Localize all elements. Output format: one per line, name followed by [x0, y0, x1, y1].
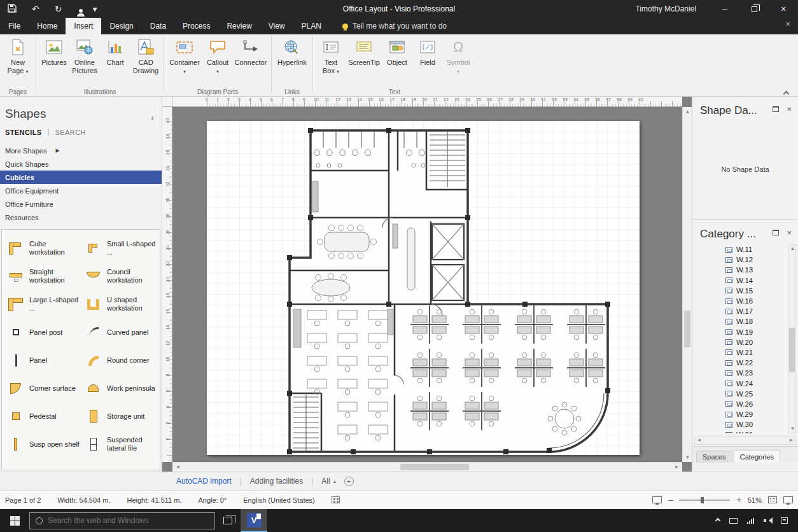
symbol-button[interactable]: Ω Symbol▾	[443, 36, 473, 76]
redo-icon[interactable]: ↻	[55, 4, 62, 13]
category-item-w-30[interactable]: W.30	[695, 419, 787, 430]
ribbon-tab-process[interactable]: Process	[174, 18, 218, 34]
category-item-w-15[interactable]: W.15	[695, 286, 787, 296]
stencil-shape-panel[interactable]: Panel	[3, 347, 81, 374]
category-item-w-21[interactable]: W.21	[695, 347, 787, 358]
stencil-shape-cube-workstation[interactable]: Cube workstation	[3, 235, 81, 262]
tab-stencils[interactable]: STENCILS	[5, 129, 42, 136]
minimize-button[interactable]: –	[710, 0, 739, 18]
connector-button[interactable]: Connector	[233, 36, 269, 67]
zoom-slider-thumb[interactable]	[701, 497, 704, 503]
insert-page-button[interactable]: +	[344, 477, 354, 486]
category-item-w-22[interactable]: W.22	[695, 358, 787, 368]
category-item-w-31[interactable]: W.31	[695, 430, 787, 433]
stencil-nav-office-equipment[interactable]: Office Equipment	[0, 184, 162, 197]
drawing-page[interactable]	[207, 121, 640, 455]
canvas-vertical-scrollbar[interactable]: ▲ ▼	[682, 107, 692, 462]
zoom-slider[interactable]	[679, 500, 730, 501]
tab-search[interactable]: SEARCH	[55, 129, 86, 136]
stencil-shape-work-peninsula[interactable]: Work peninsula	[81, 375, 158, 402]
scroll-down-icon[interactable]: ▼	[788, 425, 797, 433]
new-page-button[interactable]: NewPage ▾	[3, 36, 33, 76]
start-button[interactable]	[0, 509, 29, 532]
collapse-shapes-icon[interactable]: ‹	[151, 112, 154, 123]
undo-icon[interactable]: ↶	[32, 4, 39, 13]
scroll-up-icon[interactable]: ▲	[788, 245, 797, 253]
stencil-shape-susp-open-shelf[interactable]: Susp open shelf	[3, 431, 81, 458]
ribbon-tab-file[interactable]: File	[0, 18, 29, 34]
ribbon-tab-view[interactable]: View	[260, 18, 293, 34]
stencil-shape-pedestal[interactable]: Pedestal	[3, 403, 81, 430]
macro-record-icon[interactable]	[332, 496, 340, 503]
scroll-right-icon[interactable]: ►	[787, 437, 795, 444]
ribbon-tab-plan[interactable]: PLAN	[293, 18, 330, 34]
stencil-nav-office-furniture[interactable]: Office Furniture	[0, 197, 162, 211]
stencil-shape-corner-surface[interactable]: Corner surface	[3, 375, 81, 402]
volume-icon[interactable]	[764, 517, 771, 524]
action-center-icon[interactable]	[781, 517, 788, 524]
ribbon-tab-data[interactable]: Data	[142, 18, 174, 34]
category-item-w-26[interactable]: W.26	[695, 399, 787, 409]
helper-close-icon[interactable]: ×	[785, 19, 790, 29]
zoom-level[interactable]: 51%	[748, 496, 762, 504]
stencil-shape-round-corner[interactable]: Round corner	[81, 347, 158, 374]
ribbon-tab-insert[interactable]: Insert	[66, 18, 101, 34]
presentation-mode-icon[interactable]	[652, 496, 662, 503]
restore-button[interactable]	[739, 0, 769, 18]
online-pictures-button[interactable]: OnlinePictures	[69, 36, 100, 75]
qat-customize-icon[interactable]: ▾	[92, 4, 97, 13]
scroll-left-icon[interactable]: ◄	[695, 437, 703, 444]
fullscreen-icon[interactable]	[783, 496, 793, 503]
callout-button[interactable]: Callout▾	[202, 36, 233, 76]
category-item-w-17[interactable]: W.17	[695, 306, 787, 316]
category-item-w-11[interactable]: W.11	[695, 244, 787, 255]
drawing-canvas[interactable]: 0123456789101112131415161718192021222324…	[162, 97, 692, 472]
page-tab-adding-facilities[interactable]: Adding facilities	[250, 477, 303, 486]
save-icon[interactable]	[8, 4, 17, 14]
category-item-w-25[interactable]: W.25	[695, 389, 787, 399]
taskbar-visio-button[interactable]: V	[241, 509, 267, 532]
language-indicator[interactable]: English (United States)	[243, 496, 315, 504]
object-button[interactable]: Object	[382, 36, 412, 67]
drawing-viewport[interactable]	[172, 107, 682, 462]
category-horizontal-scrollbar[interactable]: ◄ ►	[694, 436, 796, 445]
stencil-shape-storage-unit[interactable]: Storage unit	[81, 403, 158, 430]
category-item-w-12[interactable]: W.12	[695, 255, 787, 265]
stencil-nav-more-shapes[interactable]: More Shapes▶	[0, 144, 162, 157]
canvas-horizontal-scrollbar[interactable]: ◄ ►	[172, 462, 682, 472]
vertical-scroll-thumb[interactable]	[684, 311, 690, 347]
zoom-in-icon[interactable]: +	[736, 495, 741, 505]
stencil-shape-straight-workstation[interactable]: Straight workstation	[3, 263, 81, 290]
field-button[interactable]: Field	[412, 36, 443, 67]
close-panel-icon[interactable]: ×	[787, 228, 792, 237]
page-indicator[interactable]: Page 1 of 2	[5, 496, 41, 504]
ribbon-tab-design[interactable]: Design	[101, 18, 141, 34]
signed-in-user[interactable]: Timothy McDaniel	[635, 4, 696, 13]
category-item-w-16[interactable]: W.16	[695, 296, 787, 306]
network-icon[interactable]	[747, 518, 754, 524]
category-item-w-19[interactable]: W.19	[695, 327, 787, 337]
tell-me-box[interactable]: Tell me what you want to do	[342, 18, 447, 34]
category-item-w-29[interactable]: W.29	[695, 409, 787, 419]
collapse-ribbon-icon[interactable]	[784, 87, 789, 92]
stencil-shape-panel-post[interactable]: Panel post	[3, 319, 81, 346]
close-button[interactable]: ×	[769, 0, 798, 18]
panel-tab-categories[interactable]: Categories	[734, 451, 780, 463]
stencil-shape-u-shaped-workstation[interactable]: U shaped workstation	[81, 291, 158, 318]
stencil-shape-small-l-shaped[interactable]: Small L-shaped ...	[81, 235, 158, 262]
category-item-w-18[interactable]: W.18	[695, 316, 787, 326]
hyperlink-button[interactable]: Hyperlink	[274, 36, 310, 67]
all-pages-button[interactable]: All▴	[321, 477, 335, 486]
float-panel-icon[interactable]	[773, 230, 779, 235]
screentip-button[interactable]: ScreenTip	[346, 36, 382, 67]
display-tray-icon[interactable]	[729, 518, 738, 524]
float-panel-icon[interactable]	[773, 106, 779, 112]
scroll-up-icon[interactable]: ▲	[683, 108, 692, 116]
category-item-w-20[interactable]: W.20	[695, 337, 787, 347]
stencil-shape-council-workstation[interactable]: Council workstation	[81, 263, 158, 290]
category-scroll-thumb[interactable]	[789, 328, 795, 372]
stencil-shape-curved-panel[interactable]: Curved panel	[81, 319, 158, 346]
stencil-nav-cubicles[interactable]: Cubicles	[0, 171, 162, 184]
stencil-shape-large-l-shaped[interactable]: Large L-shaped ...	[3, 291, 81, 318]
chart-button[interactable]: Chart	[100, 36, 130, 67]
